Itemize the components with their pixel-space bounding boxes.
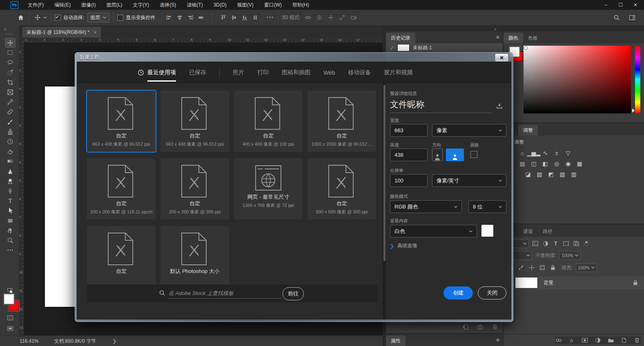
delete-state-icon[interactable] (491, 323, 499, 330)
document-tab[interactable]: 未标题-1 @ 116%(RGB/8#) * ✕ (22, 27, 101, 38)
screen-mode-icon[interactable] (5, 324, 15, 333)
gradient-map-icon[interactable]: ▥ (569, 170, 579, 178)
tab-properties[interactable]: 属性 (386, 335, 406, 346)
auto-select-target-dropdown[interactable]: 图层 (87, 13, 109, 22)
move-tool-icon[interactable] (33, 13, 42, 22)
more-options-icon[interactable]: ••• (266, 15, 274, 20)
preset-card-5[interactable]: 自定200 x 200 像素 @ 300 ppi (160, 158, 229, 220)
minimize-icon[interactable]: – (603, 2, 609, 7)
hue-slider[interactable] (635, 46, 640, 113)
tab-film[interactable]: 胶片和视频 (384, 69, 413, 76)
roll-3d-icon[interactable] (316, 14, 323, 21)
background-dropdown[interactable]: 白色 (390, 225, 477, 237)
dodge-tool[interactable] (5, 177, 15, 186)
panel-menu-icon[interactable]: ≡ (496, 337, 499, 343)
pan-3d-icon[interactable] (328, 14, 334, 21)
new-doc-from-state-icon[interactable] (462, 323, 469, 330)
tab-recent[interactable]: 最近使用项 (138, 69, 176, 76)
tab-mobile[interactable]: 移动设备 (348, 69, 371, 76)
color-balance-icon[interactable]: ◫ (529, 160, 539, 168)
layer-row-background[interactable]: 背景 (504, 276, 644, 289)
smart-object-filter-icon[interactable] (573, 240, 580, 247)
preset-card-2[interactable]: 自定400 x 400 像素 @ 100 ppi (234, 91, 303, 152)
black-white-icon[interactable]: ◧ (540, 160, 550, 168)
tab-art[interactable]: 图稿和插图 (282, 69, 310, 76)
photo-filter-icon[interactable]: ◎ (552, 160, 562, 168)
layer-style-fx-icon[interactable]: fx (568, 337, 575, 344)
menu-1[interactable]: 编辑(E) (49, 0, 76, 10)
distribute-v-icon[interactable] (252, 14, 258, 21)
fill-value[interactable]: 100% (576, 263, 597, 272)
maximize-icon[interactable]: ☐ (618, 2, 624, 7)
lock-paint-icon[interactable] (517, 264, 525, 271)
menu-5[interactable]: 选择(S) (154, 0, 181, 10)
new-adjustment-icon[interactable] (594, 337, 602, 344)
preset-card-6[interactable]: 网页 - 最常见尺寸1366 x 768 像素 @ 72 ppi (234, 158, 303, 220)
menu-8[interactable]: 视图(V) (232, 0, 259, 10)
dialog-title-bar[interactable]: 新建文档 ✕ (77, 52, 511, 62)
orbit-3d-icon[interactable] (305, 14, 311, 21)
history-entry[interactable]: 🖉 未标题-1 (386, 43, 503, 52)
preset-card-7[interactable]: 自定500 x 500 像素 @ 300 ppi (308, 158, 376, 220)
saturation-brightness-field[interactable] (524, 46, 631, 113)
rectangle-tool[interactable] (5, 216, 15, 225)
go-button[interactable]: 前往 (283, 287, 304, 300)
resolution-input[interactable]: 100 (390, 174, 428, 187)
edit-toolbar[interactable] (5, 246, 15, 255)
preset-card-1[interactable]: 自定663 x 438 像素 @ 96.012 ppi (160, 91, 229, 152)
tab-paths[interactable]: 路径 (538, 226, 557, 237)
tab-print[interactable]: 打印 (257, 69, 269, 76)
tab-web[interactable]: Web (323, 69, 335, 76)
color-picker-marker[interactable] (524, 46, 528, 50)
curves-icon[interactable]: ∿ (540, 149, 550, 157)
panel-menu-icon[interactable]: ≡ (496, 34, 499, 40)
chevron-down-icon[interactable] (43, 16, 47, 19)
tab-channels[interactable]: 通道 (518, 226, 538, 237)
crop-tool[interactable] (5, 78, 15, 87)
align-bottom-icon[interactable] (241, 14, 248, 21)
height-input[interactable]: 438 (390, 149, 428, 161)
dialog-scrollbar[interactable] (383, 83, 386, 319)
collapse-toolbar-icon[interactable]: » (4, 27, 7, 31)
clone-stamp-tool[interactable] (5, 127, 15, 136)
eyedropper-tool[interactable] (5, 98, 15, 106)
search-icon[interactable] (612, 13, 621, 22)
camera-3d-icon[interactable] (350, 14, 357, 21)
opacity-value[interactable]: 100% (559, 251, 581, 260)
link-layers-icon[interactable] (555, 337, 562, 344)
exposure-icon[interactable]: ± (552, 149, 562, 157)
hand-tool[interactable] (5, 226, 15, 235)
bit-depth-dropdown[interactable]: 8 位 (468, 200, 506, 213)
posterize-icon[interactable]: ▨ (535, 170, 544, 178)
gradient-tool[interactable] (5, 157, 15, 166)
hue-saturation-icon[interactable]: ▤ (517, 160, 527, 168)
snapshot-camera-icon[interactable] (477, 323, 484, 330)
pen-tool[interactable] (5, 186, 15, 195)
preset-card-3[interactable]: 自定1000 x 2000 像素 @ 96.012 ... (308, 91, 376, 152)
color-mode-dropdown[interactable]: RGB 颜色 (390, 200, 462, 213)
delete-layer-icon[interactable] (633, 337, 641, 344)
menu-3[interactable]: 图层(L) (101, 0, 128, 10)
orientation-landscape[interactable] (446, 149, 464, 161)
advanced-options-toggle[interactable]: ❯ 高级选项 (390, 242, 417, 249)
menu-2[interactable]: 图像(I) (76, 0, 101, 10)
history-brush-source-icon[interactable]: 🖉 (390, 46, 394, 50)
lock-move-icon[interactable] (528, 264, 535, 271)
width-input[interactable]: 663 (390, 124, 428, 137)
preset-card-8[interactable]: 自定 (87, 226, 156, 287)
lock-all-icon[interactable] (549, 264, 557, 271)
quick-selection-tool[interactable] (5, 68, 15, 77)
close-icon[interactable]: ✕ (633, 2, 638, 7)
brush-tool[interactable] (5, 118, 15, 126)
tab-photo[interactable]: 照片 (233, 69, 244, 76)
menu-0[interactable]: 文件(F) (22, 0, 49, 10)
create-button[interactable]: 创建 (443, 286, 473, 299)
move-tool[interactable] (5, 38, 15, 47)
new-group-icon[interactable] (607, 337, 615, 344)
pixel-layer-filter-icon[interactable] (532, 240, 539, 247)
dialog-close-icon[interactable]: ✕ (495, 53, 508, 62)
frame-tool[interactable] (5, 88, 15, 97)
menu-6[interactable]: 滤镜(T) (181, 0, 208, 10)
foreground-color-swatch[interactable] (4, 294, 14, 304)
preset-card-0[interactable]: 自定663 x 438 像素 @ 96.012 ppi (87, 91, 156, 152)
